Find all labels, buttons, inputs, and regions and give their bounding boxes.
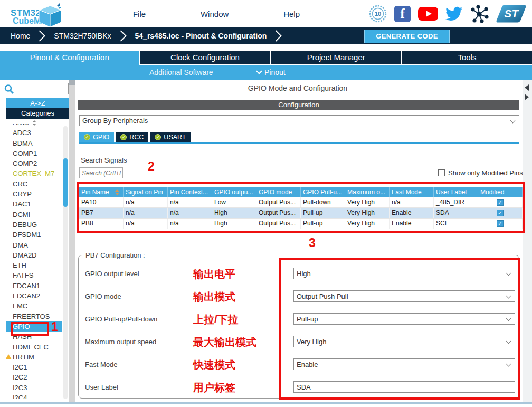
sidebar-item-label: BDMA bbox=[13, 139, 33, 147]
main-tabs: Pinout & Configuration Clock Configurati… bbox=[0, 51, 532, 65]
config-annotation-cn: 输出电平 bbox=[193, 267, 235, 281]
sidebar-item-label: I2C3 bbox=[13, 384, 27, 392]
search-signals-label: Search Signals bbox=[81, 156, 127, 164]
right-collapse-strip bbox=[522, 80, 532, 402]
sidebar-item-label: HRTIM bbox=[13, 353, 34, 361]
check-badge-icon: ✓ bbox=[84, 134, 90, 140]
sidebar-search-input[interactable] bbox=[16, 83, 69, 94]
sidebar-item-hrtim[interactable]: HRTIM bbox=[6, 352, 62, 362]
tab-gpio[interactable]: ✓ GPIO bbox=[79, 132, 114, 142]
svg-text:ST: ST bbox=[504, 7, 519, 20]
pb7-configuration-legend: PB7 Configuration : bbox=[83, 251, 148, 259]
generate-code-button[interactable]: GENERATE CODE bbox=[364, 30, 450, 43]
sidebar-item-fdcan2[interactable]: FDCAN2 bbox=[6, 291, 62, 301]
annotation-number-1: 1 bbox=[51, 320, 58, 334]
chevron-down-icon bbox=[256, 68, 262, 74]
sidebar-item-cryp[interactable]: CRYP bbox=[6, 189, 62, 199]
cube-icon bbox=[34, 3, 66, 28]
menu-bar-items: FileWindowHelp bbox=[106, 0, 327, 27]
sidebar-item-label: FDCAN1 bbox=[13, 282, 40, 290]
youtube-icon[interactable] bbox=[418, 7, 438, 21]
check-badge-icon: ✓ bbox=[155, 134, 161, 140]
facebook-icon[interactable]: f bbox=[394, 6, 411, 22]
sidebar-item-label: DMA bbox=[13, 241, 28, 249]
sidebar-item-dac1[interactable]: DAC1 bbox=[6, 199, 62, 209]
annotation-box-1 bbox=[11, 322, 49, 336]
svg-text:10: 10 bbox=[375, 11, 381, 17]
categories-button[interactable]: Categories bbox=[6, 108, 69, 119]
sidebar-item-i2c3[interactable]: I2C3 bbox=[6, 383, 62, 393]
sidebar-item-cortex_m7[interactable]: CORTEX_M7 bbox=[6, 168, 62, 178]
additional-software-link[interactable]: Additional Software bbox=[149, 68, 213, 77]
sidebar-item-i2c4[interactable]: I2C4 bbox=[6, 393, 62, 399]
sidebar-item-label: FDCAN2 bbox=[13, 292, 40, 300]
sidebar-item-label: DFSDM1 bbox=[13, 231, 41, 239]
sidebar-item-label: CRYP bbox=[13, 190, 32, 198]
sidebar-item-comp1[interactable]: COMP1 bbox=[6, 148, 62, 158]
sidebar-item-debug[interactable]: DEBUG bbox=[6, 220, 62, 230]
show-only-modified-checkbox[interactable] bbox=[438, 169, 445, 176]
config-annotation-cn: 输出模式 bbox=[193, 290, 235, 304]
breadcrumb-item[interactable]: Home bbox=[11, 32, 30, 40]
config-label: GPIO mode bbox=[85, 292, 121, 300]
sidebar-item-label: CORTEX_M7 bbox=[13, 169, 54, 177]
pinout-menu-label: Pinout bbox=[264, 68, 286, 77]
sidebar-item-label: FATFS bbox=[13, 271, 33, 279]
ten-years-badge-icon[interactable]: 10 bbox=[369, 5, 387, 23]
sidebar-item-dma2d[interactable]: DMA2D bbox=[6, 250, 62, 260]
pinout-menu[interactable]: Pinout bbox=[257, 68, 286, 77]
tab-project-manager[interactable]: Project Manager bbox=[271, 51, 402, 65]
sidebar-item-fdcan1[interactable]: FDCAN1 bbox=[6, 281, 62, 291]
sidebar-item-label: ADC2 bbox=[13, 124, 31, 127]
expand-right-arrow-icon[interactable] bbox=[525, 94, 529, 100]
sidebar-item-fmc[interactable]: FMC bbox=[6, 301, 62, 311]
signals-search-input[interactable] bbox=[79, 167, 123, 178]
tab-rcc[interactable]: ✓ RCC bbox=[116, 132, 148, 142]
tab-usart[interactable]: ✓ USART bbox=[150, 132, 191, 142]
config-label: User Label bbox=[85, 383, 118, 391]
sidebar-item-fatfs[interactable]: FATFS bbox=[6, 270, 62, 280]
breadcrumb-item[interactable]: STM32H750IBKx bbox=[54, 32, 111, 40]
panel-splitter[interactable] bbox=[69, 80, 75, 402]
sidebar-scrollbar-thumb[interactable] bbox=[63, 158, 68, 207]
breadcrumb-bar: HomeSTM32H750IBKx54_rs485.ioc - Pinout &… bbox=[0, 27, 532, 44]
sidebar-item-adc3[interactable]: ADC3 bbox=[6, 128, 62, 138]
sidebar-item-hdmi_cec[interactable]: HDMI_CEC bbox=[6, 342, 62, 352]
tab-pinout-configuration[interactable]: Pinout & Configuration bbox=[0, 51, 140, 65]
sidebar-item-label: ADC3 bbox=[13, 129, 31, 137]
search-icon bbox=[4, 84, 14, 94]
st-logo[interactable]: ST bbox=[496, 4, 527, 24]
group-by-value: Group By Peripherals bbox=[82, 117, 148, 125]
sidebar-item-label: FMC bbox=[13, 302, 27, 310]
sidebar-item-eth[interactable]: ETH bbox=[6, 260, 62, 270]
community-icon[interactable] bbox=[470, 4, 489, 23]
twitter-icon[interactable] bbox=[445, 5, 462, 22]
sidebar-item-dcmi[interactable]: DCMI bbox=[6, 210, 62, 220]
sidebar-item-dma[interactable]: DMA bbox=[6, 240, 62, 250]
menu-window[interactable]: Window bbox=[201, 10, 229, 18]
sidebar-item-adc2[interactable]: ADC2 bbox=[6, 124, 62, 128]
sidebar-item-bdma[interactable]: BDMA bbox=[6, 138, 62, 148]
tabs-underline bbox=[79, 142, 519, 144]
sidebar-item-dfsdm1[interactable]: DFSDM1 bbox=[6, 230, 62, 240]
config-annotation-cn: 快速模式 bbox=[193, 358, 235, 372]
mode-configuration-header: GPIO Mode and Configuration bbox=[75, 80, 520, 96]
menu-help[interactable]: Help bbox=[283, 10, 300, 18]
stm32cubemx-logo: STM32 CubeMX bbox=[3, 2, 66, 27]
splitter-handle[interactable] bbox=[69, 80, 75, 85]
top-icons: 10 f ST bbox=[369, 0, 527, 27]
tab-tools[interactable]: Tools bbox=[402, 51, 532, 65]
group-by-dropdown[interactable]: Group By Peripherals bbox=[79, 115, 519, 126]
config-annotation-cn: 用户标签 bbox=[193, 381, 235, 395]
menu-file[interactable]: File bbox=[133, 10, 146, 18]
sidebar-item-comp2[interactable]: COMP2 bbox=[6, 158, 62, 168]
tab-clock-configuration[interactable]: Clock Configuration bbox=[140, 51, 271, 65]
sort-az-button[interactable]: A->Z bbox=[6, 98, 69, 108]
chevron-down-icon bbox=[510, 118, 516, 124]
collapse-left-arrow-icon[interactable] bbox=[525, 84, 529, 91]
sidebar-item-i2c2[interactable]: I2C2 bbox=[6, 372, 62, 382]
breadcrumb-item[interactable]: 54_rs485.ioc - Pinout & Configuration bbox=[135, 32, 267, 40]
warning-icon bbox=[6, 354, 12, 359]
sidebar-item-i2c1[interactable]: I2C1 bbox=[6, 362, 62, 372]
sidebar-item-crc[interactable]: CRC bbox=[6, 179, 62, 189]
